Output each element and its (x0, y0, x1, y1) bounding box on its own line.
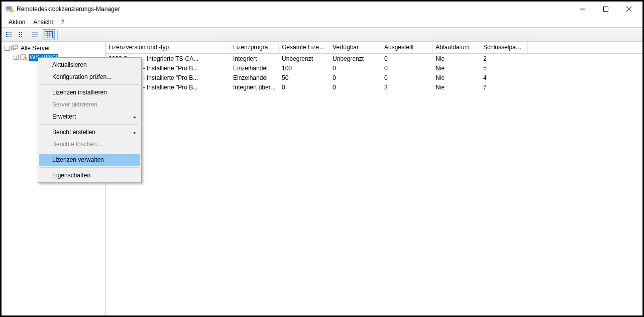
close-button[interactable] (617, 2, 640, 16)
cell-available: 0 (330, 74, 381, 81)
svg-rect-7 (6, 32, 8, 33)
server-icon (20, 54, 28, 61)
svg-rect-18 (21, 36, 22, 37)
cell-keypack: 4 (480, 74, 528, 81)
cm-separator (40, 152, 139, 152)
svg-rect-12 (8, 36, 12, 37)
collapse-icon[interactable]: − (5, 46, 10, 51)
svg-rect-21 (32, 36, 38, 37)
svg-rect-22 (45, 31, 53, 38)
list-pane: Lizenzversion und -typ Lizenzprogram... … (105, 42, 642, 315)
col-keypack[interactable]: Schlüsselpaket... (480, 42, 528, 53)
svg-point-30 (24, 57, 27, 60)
toolbar-btn-3[interactable] (30, 29, 42, 40)
col-version[interactable]: Lizenzversion und -typ (105, 42, 230, 53)
cm-check-config[interactable]: Konfiguration prüfen... (39, 71, 140, 83)
toolbar (2, 28, 642, 42)
svg-rect-10 (8, 34, 12, 35)
cell-available: 0 (330, 65, 381, 72)
cell-expiry: Nie (433, 74, 480, 81)
cell-available: Unbegrenzt (330, 55, 381, 62)
window-controls (571, 2, 640, 16)
list-header: Lizenzversion und -typ Lizenzprogram... … (105, 42, 642, 54)
tree-root-row[interactable]: − Alle Server (3, 44, 104, 53)
toolbar-btn-2[interactable] (17, 29, 29, 40)
window-title: Remotedesktoplizenzierungs-Manager (17, 6, 571, 13)
cell-program: Integriert (230, 55, 279, 62)
cm-install-licenses[interactable]: Lizenzen installieren (39, 86, 140, 98)
cell-program: Einzelhandel (230, 65, 279, 72)
tree-root-label: Alle Server (20, 45, 51, 52)
col-program[interactable]: Lizenzprogram... (230, 42, 279, 53)
maximize-button[interactable] (594, 2, 617, 16)
svg-rect-1 (7, 7, 11, 10)
cell-keypack: 5 (480, 65, 528, 72)
cell-expiry: Nie (433, 65, 480, 72)
svg-rect-8 (8, 32, 12, 33)
titlebar: Remotedesktoplizenzierungs-Manager (2, 2, 642, 17)
svg-rect-13 (19, 32, 20, 33)
cm-advanced[interactable]: Erweitert (39, 111, 140, 123)
menu-ansicht[interactable]: Ansicht (29, 18, 57, 27)
cell-expiry: Nie (433, 84, 480, 91)
cm-delete-reports: Berichte löschen... (39, 138, 140, 150)
col-expiry[interactable]: Ablaufdatum (433, 42, 480, 53)
expand-icon[interactable]: + (14, 55, 19, 60)
svg-rect-19 (32, 32, 38, 33)
list-row[interactable]: Server 2012 - Installierte "Pro B... Ein… (105, 63, 642, 73)
menu-help[interactable]: ? (57, 18, 69, 27)
cell-issued: 0 (381, 65, 433, 72)
cell-keypack: 2 (480, 55, 528, 62)
col-available[interactable]: Verfügbar (330, 42, 381, 53)
app-icon (6, 5, 14, 13)
cm-separator (40, 167, 139, 168)
cm-create-report[interactable]: Bericht erstellen (39, 126, 140, 138)
cm-properties[interactable]: Eigenschaften (39, 169, 140, 181)
list-row[interactable]: Server 2016 - Installierte "Pro B... Ein… (105, 73, 642, 82)
cm-refresh[interactable]: Aktualisieren (39, 59, 140, 71)
svg-rect-14 (19, 34, 20, 35)
cell-issued: 0 (381, 55, 433, 62)
svg-rect-15 (19, 36, 20, 37)
col-issued[interactable]: Ausgestellt (381, 42, 433, 53)
cm-activate-server: Server aktivieren (39, 98, 140, 111)
minimize-button[interactable] (571, 2, 594, 16)
cell-issued: 0 (381, 74, 433, 81)
cm-manage-licenses[interactable]: Lizenzen verwalten (39, 154, 140, 166)
svg-point-2 (10, 9, 13, 12)
cell-total: 50 (279, 74, 330, 81)
svg-rect-17 (21, 34, 22, 35)
cell-available: 0 (330, 84, 381, 91)
cell-expiry: Nie (433, 55, 480, 62)
toolbar-btn-4[interactable] (43, 29, 55, 40)
svg-rect-11 (6, 36, 8, 37)
list-row[interactable]: Server 2019 - Installierte "Pro B... Int… (105, 82, 642, 92)
svg-rect-4 (604, 7, 608, 12)
svg-rect-28 (13, 45, 18, 49)
context-menu: Aktualisieren Konfiguration prüfen... Li… (38, 57, 142, 183)
list-body: 2000 Server - Integrierte TS-CA... Integ… (105, 54, 642, 92)
cell-issued: 3 (381, 84, 433, 91)
toolbar-btn-1[interactable] (4, 29, 16, 40)
svg-rect-20 (32, 34, 38, 35)
col-total[interactable]: Gesamte Lizen... (279, 42, 330, 53)
cm-separator (40, 84, 139, 85)
cell-total: Unbegrenzt (279, 55, 330, 62)
cell-total: 100 (279, 65, 330, 72)
cell-keypack: 7 (480, 84, 528, 91)
menu-aktion[interactable]: Aktion (5, 18, 29, 27)
cell-program: Integriert über... (230, 84, 279, 91)
toolbar-separator (57, 30, 58, 40)
cell-total: 0 (279, 84, 330, 91)
svg-rect-9 (6, 34, 8, 35)
list-row[interactable]: 2000 Server - Integrierte TS-CA... Integ… (105, 54, 642, 63)
cell-program: Einzelhandel (230, 74, 279, 81)
servers-icon (11, 45, 19, 52)
svg-rect-16 (21, 32, 22, 33)
menubar: Aktion Ansicht ? (2, 17, 642, 28)
app-window: Remotedesktoplizenzierungs-Manager Aktio… (0, 0, 644, 317)
cm-separator (40, 124, 139, 125)
